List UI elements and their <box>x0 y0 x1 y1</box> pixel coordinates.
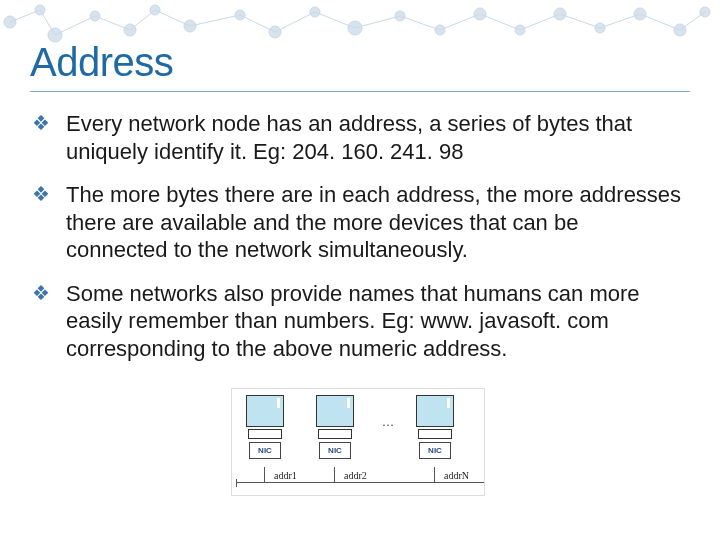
nic-label: NIC <box>319 442 351 459</box>
bullet-text: Some networks also provide names that hu… <box>66 281 640 361</box>
title-underline <box>30 91 690 92</box>
computer-icon: NIC <box>246 395 284 451</box>
addr-label: addrN <box>444 470 469 481</box>
addr-label: addr1 <box>274 470 297 481</box>
drop-line <box>434 467 435 483</box>
drop-line <box>334 467 335 483</box>
bullet-item: ❖ The more bytes there are in each addre… <box>32 181 684 264</box>
addr-label: addr2 <box>344 470 367 481</box>
page-title: Address <box>30 40 690 85</box>
nic-label: NIC <box>419 442 451 459</box>
bullet-text: Every network node has an address, a ser… <box>66 111 632 164</box>
four-diamond-bullet-icon: ❖ <box>32 114 50 132</box>
computer-icon: NIC <box>316 395 354 451</box>
bullet-item: ❖ Some networks also provide names that … <box>32 280 684 363</box>
drop-line <box>264 467 265 483</box>
bullet-text: The more bytes there are in each address… <box>66 182 681 262</box>
computer-icon: NIC <box>416 395 454 451</box>
four-diamond-bullet-icon: ❖ <box>32 284 50 302</box>
network-diagram-figure: NIC NIC NIC … addr1 addr2 addrN <box>231 388 485 496</box>
bullet-item: ❖ Every network node has an address, a s… <box>32 110 684 165</box>
bullet-list: ❖ Every network node has an address, a s… <box>30 110 690 362</box>
ellipsis-icon: … <box>382 415 394 430</box>
nic-label: NIC <box>249 442 281 459</box>
four-diamond-bullet-icon: ❖ <box>32 185 50 203</box>
network-bus-line <box>236 482 484 483</box>
